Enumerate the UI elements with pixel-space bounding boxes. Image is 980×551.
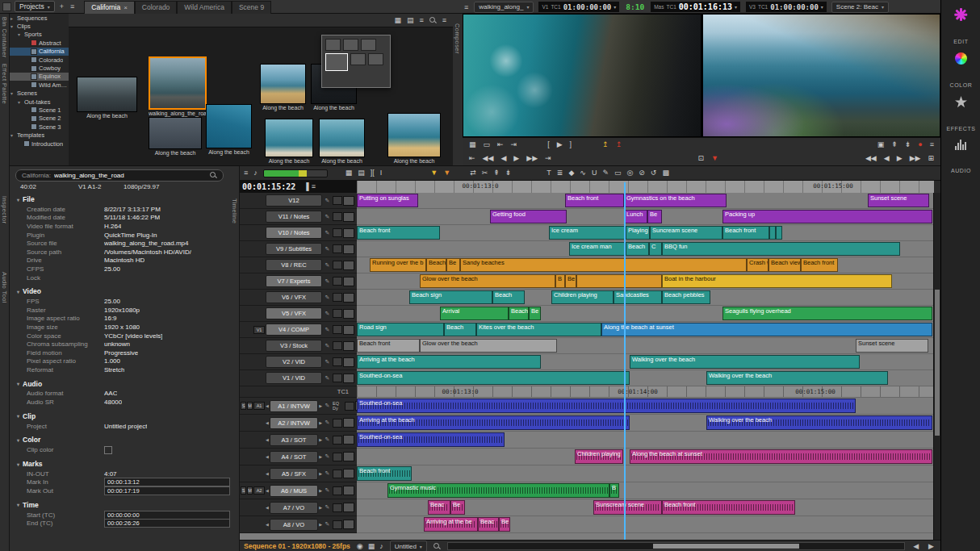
patch-button-a6[interactable]: A2 xyxy=(253,486,265,495)
align-icon[interactable]: ≣ xyxy=(557,169,563,177)
track-lane-a1[interactable]: Southed-on-sea xyxy=(357,398,934,415)
patch-left-arrow-icon[interactable]: ◀ xyxy=(266,505,269,510)
track-button-v9[interactable]: V9 / Subtitles xyxy=(266,243,322,255)
waveform-toggle-a8[interactable] xyxy=(333,520,342,529)
monitor-button-a6[interactable] xyxy=(343,486,354,495)
mini-clip[interactable] xyxy=(325,39,341,51)
track-lane-v2[interactable]: Arriving at the beachWalking over the be… xyxy=(357,354,934,370)
projects-menu-button[interactable]: Projects ▾ xyxy=(15,1,55,12)
track-button-a4[interactable]: A4 / SOT xyxy=(270,451,318,463)
new-bin-icon[interactable]: + xyxy=(58,2,65,10)
monitor-button-v7[interactable] xyxy=(343,277,354,286)
inspector-section-clip[interactable]: ▾Clip xyxy=(9,411,230,422)
mode-button-edit[interactable]: EDIT xyxy=(953,8,968,44)
clip-ice-cream[interactable]: Ice cream xyxy=(549,226,626,240)
overwrite-button[interactable]: ↥ xyxy=(616,141,622,148)
clip-glow-over-the-beach[interactable]: Glow over the beach xyxy=(420,339,557,353)
input-mark-out[interactable]: 00:00:17:19 xyxy=(104,486,230,495)
tc-display-toggle[interactable]: ▐ xyxy=(304,183,308,190)
track-button-v6[interactable]: V6 / VFX xyxy=(266,291,322,303)
patch-right-arrow-icon[interactable]: ▶ xyxy=(319,522,322,527)
mini-clip[interactable] xyxy=(361,39,376,51)
clip-segment[interactable] xyxy=(769,226,776,240)
monitor-button-a3[interactable] xyxy=(343,435,354,445)
step-back-1-button[interactable]: ◀ xyxy=(884,155,890,162)
track-button-a7[interactable]: A7 / VO xyxy=(270,502,318,514)
mark-out-button[interactable]: ] xyxy=(570,141,572,148)
tree-item-out-takes[interactable]: ▾Out-takes xyxy=(9,98,69,106)
monitor-button-v11[interactable] xyxy=(343,212,354,222)
waveform-toggle-a3[interactable] xyxy=(333,436,342,445)
clip-lunch[interactable]: Lunch xyxy=(624,210,647,223)
monitor-button-v12[interactable] xyxy=(343,196,354,206)
track-lane-v11[interactable]: Getting foodLunchBePacking up xyxy=(357,209,934,225)
bin-clip-along-the-beach[interactable]: Along the beach xyxy=(206,104,252,156)
bin-menu-icon[interactable]: ≡ xyxy=(442,17,446,24)
track-lane-v1[interactable]: Southed-on-seaWalking over the beach xyxy=(357,370,934,386)
track-lane-a3[interactable]: Southed-on-sea xyxy=(357,432,934,449)
track-button-v1[interactable]: V1 / VID xyxy=(266,372,322,384)
full-monitor-toggle[interactable]: ▭ xyxy=(484,141,491,148)
step-forward-10-button[interactable]: ▶▶ xyxy=(910,155,921,162)
track-button-v11[interactable]: V11 / Notes xyxy=(266,211,322,223)
lift-button[interactable]: ⇞ xyxy=(891,141,898,148)
track-button-a8[interactable]: A8 / VO xyxy=(270,519,318,531)
track-lane-a4[interactable]: Children playingAlong the beach at sunse… xyxy=(357,449,934,465)
track-lane-v4[interactable]: Road signBeachKites over the beachAlong … xyxy=(357,322,934,338)
monitor-button-v4[interactable] xyxy=(343,325,354,335)
composer-menu-icon[interactable]: ≡ xyxy=(930,141,934,148)
waveform-toggle-v2[interactable] xyxy=(333,357,342,366)
search-input[interactable]: walking_along_the_road xyxy=(54,172,207,179)
patch-right-arrow-icon[interactable]: ▶ xyxy=(319,488,322,493)
monitor-button-a2[interactable] xyxy=(343,418,354,428)
bin-clip-along-the-beach[interactable]: Along the beach xyxy=(149,117,202,157)
track-lane-v3[interactable]: Beach frontGlow over the beachSunset sce… xyxy=(357,338,934,354)
pen-icon[interactable]: ✎ xyxy=(602,169,609,177)
step-back-10-button[interactable]: ◀◀ xyxy=(865,155,877,162)
track-button-v3[interactable]: V3 / Stock xyxy=(266,340,322,352)
clip-sandy-beaches[interactable]: Sandy beaches xyxy=(460,258,747,272)
track-button-a3[interactable]: A3 / SOT xyxy=(270,434,318,446)
waveform-toggle-a4[interactable] xyxy=(333,453,342,461)
track-button-v8[interactable]: V8 / REC xyxy=(266,259,322,271)
tab-inspector[interactable]: Inspector xyxy=(1,196,8,223)
mini-clip[interactable] xyxy=(343,39,358,51)
go-to-start-button[interactable]: ⇤ xyxy=(469,155,475,162)
waveform-toggle-v10[interactable] xyxy=(333,228,342,237)
marker-orange-icon[interactable]: ▼ xyxy=(443,169,450,177)
inspector-section-color[interactable]: ▾Color xyxy=(9,434,230,445)
clip-beach-sign[interactable]: Beach sign xyxy=(409,290,492,304)
search-icon[interactable] xyxy=(210,172,217,179)
clip-sunset-scene[interactable]: Sunset scene xyxy=(868,194,929,207)
clip-be[interactable]: Be xyxy=(499,517,510,532)
clip-beach-pebbles[interactable]: Beach pebbles xyxy=(662,290,710,304)
fast-forward-button[interactable]: ▶▶ xyxy=(526,155,538,162)
bin-clip-along-the-beach[interactable]: Along the beach xyxy=(387,113,441,165)
waveform-toggle-a7[interactable] xyxy=(333,503,342,512)
go-to-previous-event[interactable]: ⇤ xyxy=(497,141,504,148)
track-lane-v6[interactable]: Beach signBeachChildren playingSandcastl… xyxy=(357,290,934,306)
track-lane-a6[interactable]: Gymnastic musicB xyxy=(357,482,934,499)
clip-road-sign[interactable]: Road sign xyxy=(357,323,444,336)
mode-button-color[interactable]: COLOR xyxy=(950,52,973,88)
target-icon[interactable]: ◎ xyxy=(626,169,633,177)
monitor-button-v2[interactable] xyxy=(343,357,354,367)
patch-left-arrow-icon[interactable]: ◀ xyxy=(266,454,269,459)
mark-clip-button[interactable]: ▣ xyxy=(877,141,885,148)
track-button-a2[interactable]: A2 / INTVW xyxy=(270,417,318,429)
monitor-button-v9[interactable] xyxy=(343,244,354,254)
clip-ice-cream-man[interactable]: Ice cream man xyxy=(569,242,626,256)
track-button-v5[interactable]: V5 / VFX xyxy=(266,307,322,319)
track-button-v12[interactable]: V12 xyxy=(266,194,322,207)
clip-southed-on-sea[interactable]: Southed-on-sea xyxy=(357,371,630,385)
monitor-button-a5[interactable] xyxy=(343,469,354,478)
keyframe-icon[interactable]: ◆ xyxy=(568,169,574,177)
checkbox-clip-color[interactable] xyxy=(104,446,112,454)
tree-item-scene-1[interactable]: Scene 1 xyxy=(9,106,69,114)
step-backward-button[interactable]: ◀ xyxy=(500,155,506,162)
tree-item-sports[interactable]: ▾Sports xyxy=(9,31,69,39)
undo-icon[interactable]: ↺ xyxy=(651,169,657,177)
track-lane-a5[interactable]: Beach front xyxy=(357,465,934,482)
clip-suncream-scene[interactable]: Suncream scene xyxy=(650,226,722,240)
patch-left-arrow-icon[interactable]: ◀ xyxy=(266,471,269,476)
